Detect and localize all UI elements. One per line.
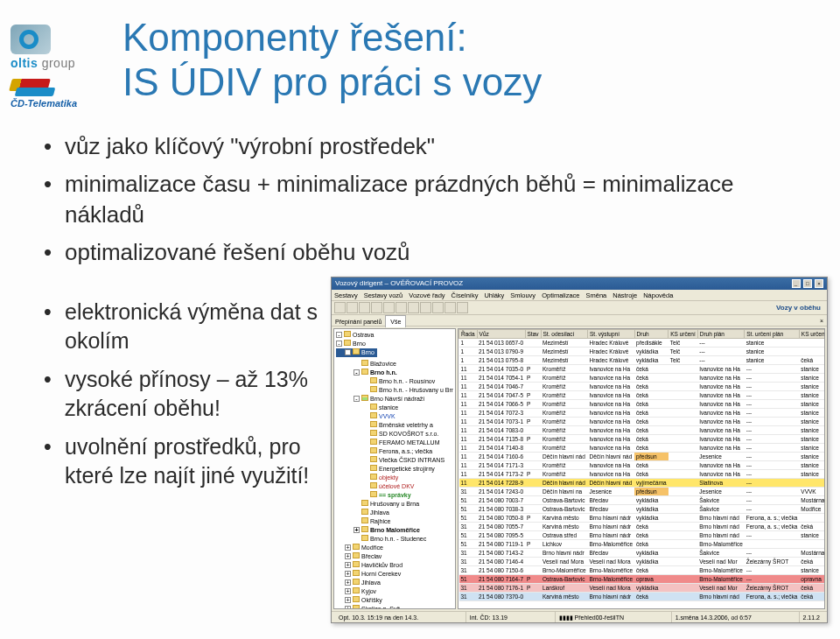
table-row[interactable]: 1121 54 014 7035-0PKroměřížIvanovice na …	[459, 365, 826, 374]
expand-icon[interactable]: +	[345, 553, 351, 559]
tree-node[interactable]: +Okříšky	[336, 596, 453, 605]
tree-node[interactable]: objekty	[336, 474, 453, 482]
grid-close-icon[interactable]: ×	[820, 315, 823, 327]
column-header[interactable]: St. určení plán	[745, 330, 800, 339]
menu-item[interactable]: Sestavy vozů	[364, 291, 403, 299]
tree-node[interactable]: Brno h.n. - Hrušovany u Brna	[336, 386, 453, 395]
table-row[interactable]: 5121 54 080 7038-3Ostrava-BartovicBřecla…	[459, 505, 826, 514]
expand-icon[interactable]: -	[336, 341, 342, 347]
menu-item[interactable]: Optimalizace	[542, 291, 579, 299]
tree-node[interactable]: Brněnské veletrhy a	[336, 421, 453, 430]
expand-icon[interactable]: -	[345, 349, 351, 355]
menu-item[interactable]: Vozové řady	[409, 291, 444, 299]
close-icon[interactable]: ×	[815, 279, 823, 288]
column-header[interactable]: Stav	[525, 330, 541, 339]
table-row[interactable]: 1121 54 014 7066-5PKroměřížIvanovice na …	[459, 400, 826, 409]
column-header[interactable]: Vůz	[477, 330, 525, 339]
expand-icon[interactable]: -	[336, 332, 342, 338]
table-row[interactable]: 1121 54 014 7046-7KroměřížIvanovice na H…	[459, 383, 826, 391]
tree-node[interactable]: -Brno h.n.	[336, 369, 453, 377]
table-row[interactable]: 3121 54 080 7150-6Brno-MaloměřiceBrno-Ma…	[459, 566, 826, 575]
table-row[interactable]: 3121 54 080 7055-7Karviná městoBrno hlav…	[459, 523, 826, 531]
tree-node[interactable]: == správky	[336, 491, 453, 500]
data-grid[interactable]: ŘadaVůzStavSt. odesílacíSt. výstupníDruh…	[458, 328, 825, 609]
tree-node[interactable]: Blažovice	[336, 360, 453, 369]
menu-item[interactable]: Číselníky	[452, 291, 479, 299]
table-row[interactable]: 1121 54 014 7140-8KroměřížIvanovice na H…	[459, 444, 826, 453]
menu-item[interactable]: Uhláky	[484, 291, 504, 299]
menu-item[interactable]: Nápověda	[643, 291, 673, 299]
table-row[interactable]: 1121 54 014 7160-6Děčín hlavní nádDěčín …	[459, 453, 826, 461]
switch-tab[interactable]: Vše	[385, 315, 406, 327]
table-row[interactable]: 1121 54 014 7173-2PKroměřížIvanovice na …	[459, 470, 826, 479]
tree-node[interactable]: stanice	[336, 404, 453, 412]
expand-icon[interactable]: +	[345, 579, 351, 586]
table-row[interactable]: 3121 54 080 7146-4Veselí nad MoraVeselí …	[459, 558, 826, 566]
table-row[interactable]: 1121 54 014 7171-3KroměřížIvanovice na H…	[459, 461, 826, 470]
table-row[interactable]: 1121 54 014 7135-8PKroměřížIvanovice na …	[459, 435, 826, 444]
expand-icon[interactable]: -	[354, 369, 360, 376]
tree-node[interactable]: +Kyjov	[336, 587, 453, 596]
table-row[interactable]: 3121 54 080 7370-0Karviná městoBrno hlav…	[459, 593, 826, 601]
tree-node[interactable]: Brno h.n. - Rousínov	[336, 377, 453, 386]
expand-icon[interactable]: +	[345, 571, 351, 577]
tree-node[interactable]: Vlečka ČSKD INTRANS	[336, 456, 453, 465]
toolbar-button[interactable]	[420, 302, 431, 313]
tree-panel[interactable]: -Ostrava-Brno-BrnoBlažovice-Brno h.n.Brn…	[333, 328, 456, 609]
toolbar-button[interactable]	[444, 302, 456, 313]
toolbar-button[interactable]	[408, 302, 419, 313]
tree-node[interactable]: +Brno Maloměřice	[336, 526, 453, 535]
table-row[interactable]: 121 54 013 0795-8MeziměstíHradec Králové…	[459, 356, 826, 365]
tree-node[interactable]: +Břeclav	[336, 552, 453, 561]
expand-icon[interactable]: +	[345, 597, 351, 603]
table-row[interactable]: 5121 54 080 7119-1PLichkovBrno-Maloměřic…	[459, 540, 826, 549]
table-row[interactable]: 1121 54 014 7073-1PKroměřížIvanovice na …	[459, 418, 826, 426]
maximize-icon[interactable]: □	[803, 279, 812, 288]
tree-node[interactable]: +Skalice n. Svit.	[336, 605, 453, 609]
menu-item[interactable]: Nástroje	[612, 291, 637, 299]
table-row[interactable]: 5121 54 080 7095-5Ostrava středBrno hlav…	[459, 531, 826, 540]
expand-icon[interactable]: +	[345, 544, 351, 551]
column-header[interactable]: Druh	[634, 330, 668, 339]
tree-node[interactable]: Brno h.n. - Studenec	[336, 535, 453, 544]
toolbar-button[interactable]	[359, 302, 370, 313]
tree-node[interactable]: SD KOVOŠROT s.r.o.	[336, 430, 453, 439]
expand-icon[interactable]: +	[345, 606, 351, 609]
table-row[interactable]: 1121 54 014 7072-3KroměřížIvanovice na H…	[459, 409, 826, 418]
menu-item[interactable]: Směna	[585, 291, 606, 299]
toolbar-button[interactable]	[457, 302, 468, 313]
tree-node[interactable]: +Havlíčkův Brod	[336, 561, 453, 570]
tree-node[interactable]: Ferona, a.s.; vlečka	[336, 447, 453, 456]
column-header[interactable]: St. výstupní	[588, 330, 635, 339]
table-row[interactable]: 3121 54 080 7143-2Brno hlavní nádrBřecla…	[459, 549, 826, 558]
tree-node[interactable]: Jihlava	[336, 509, 453, 517]
tree-node[interactable]: Energetické strojírny	[336, 465, 453, 474]
tree-node[interactable]: FERAMO METALLUM	[336, 439, 453, 447]
table-row[interactable]: 3121 54 080 7176-1PLanškrofVeselí nad Mo…	[459, 584, 826, 593]
table-row[interactable]: 5121 54 080 7003-7Ostrava-BartovicBřecla…	[459, 496, 826, 505]
column-header[interactable]: KS určení	[668, 330, 698, 339]
tree-node[interactable]: Hrušovany u Brna	[336, 500, 453, 509]
table-row[interactable]: 1121 54 014 7054-1PKroměřížIvanovice na …	[459, 374, 826, 383]
table-row[interactable]: 1121 54 014 7047-5PKroměřížIvanovice na …	[459, 391, 826, 400]
toolbar-button[interactable]	[346, 302, 358, 313]
column-header[interactable]: Druh plán	[697, 330, 745, 339]
menu-item[interactable]: Sestavy	[334, 291, 358, 299]
tree-node[interactable]: -Brno Návrší nádraží	[336, 395, 453, 404]
table-row[interactable]: 121 54 013 0657-0MeziměstíHradec Králové…	[459, 339, 826, 348]
tree-node[interactable]: -Brno	[336, 340, 453, 348]
tree-node[interactable]: +Modřice	[336, 544, 453, 552]
toolbar-button[interactable]	[396, 302, 407, 313]
tree-node[interactable]: +Jihlava	[336, 579, 453, 587]
tree-node[interactable]: účelové DKV	[336, 482, 453, 491]
column-header[interactable]: St. odesílací	[541, 330, 588, 339]
column-header[interactable]: Řada	[459, 330, 478, 339]
toolbar-button[interactable]	[371, 302, 382, 313]
tree-node[interactable]: VVVK	[336, 412, 453, 421]
expand-icon[interactable]: +	[345, 588, 351, 594]
table-row[interactable]: 5121 54 080 7164-7POstrava-BartovicBrno-…	[459, 575, 826, 584]
toolbar-button[interactable]	[334, 302, 346, 313]
table-row[interactable]: 5121 54 080 7050-8PKarviná městoBrno hla…	[459, 514, 826, 523]
table-row[interactable]: 121 54 013 0790-9MeziměstíHradec Králové…	[459, 348, 826, 356]
tree-node[interactable]: +Horní Cerekev	[336, 570, 453, 579]
